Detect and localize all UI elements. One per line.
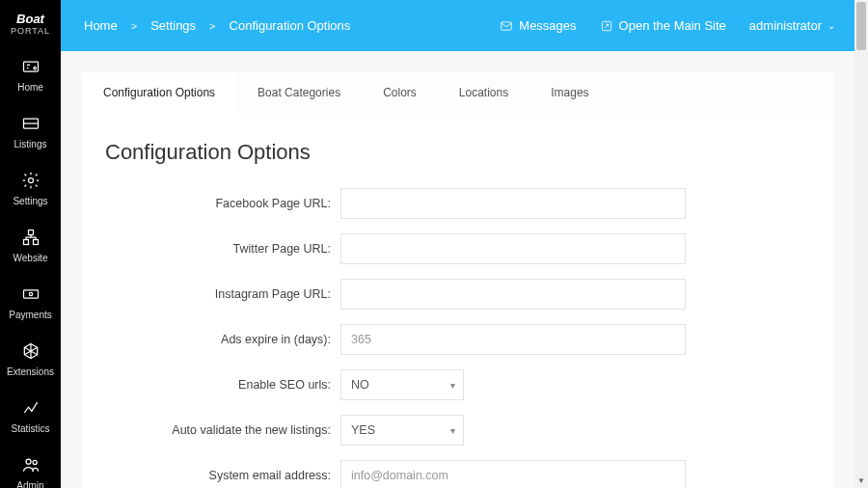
chevron-right-icon: > [209,20,215,32]
chevron-down-icon: ⌄ [827,20,835,31]
facebook-input[interactable] [340,188,686,219]
tabs: Configuration Options Boat Categories Co… [82,72,833,113]
svg-point-3 [28,178,33,183]
brand: Boat PORTAL [0,0,61,45]
sidebar-item-label: Extensions [4,366,57,377]
form-row: Auto validate the new listings: YES [105,415,810,446]
ads-expire-input[interactable] [340,324,686,355]
tab-images[interactable]: Images [529,72,610,113]
svg-point-10 [33,460,37,464]
sidebar-item-label: Statistics [4,423,57,434]
external-icon [600,19,613,33]
sidebar-item-label: Payments [4,310,57,320]
settings-icon [21,171,41,190]
breadcrumb-settings[interactable]: Settings [150,18,196,33]
tab-configuration-options[interactable]: Configuration Options [82,72,236,113]
form-row: Ads expire in (days): [105,324,810,355]
open-site-link[interactable]: Open the Main Site [600,18,726,33]
svg-rect-6 [33,240,38,245]
topbar: Home > Settings > Configuration Options … [61,0,854,51]
system-email-input[interactable] [340,460,686,488]
user-menu[interactable]: administrator ⌄ [749,18,835,33]
facebook-label: Facebook Page URL: [105,197,340,210]
seo-select[interactable]: NO [340,369,464,400]
sidebar-item-label: Admin Users [4,480,57,488]
svg-rect-0 [23,62,38,71]
scroll-down-icon[interactable]: ▼ [854,474,868,488]
sidebar-item-extensions[interactable]: Extensions [0,330,61,387]
form-row: System email address: [105,460,810,488]
svg-rect-11 [502,21,512,29]
content-area: Configuration Options Boat Categories Co… [61,51,854,488]
svg-point-9 [26,459,31,464]
breadcrumb: Home > Settings > Configuration Options [84,18,350,33]
user-label: administrator [749,18,822,33]
payments-icon [21,285,41,304]
sidebar-item-home[interactable]: Home [0,45,61,102]
sidebar-item-settings[interactable]: Settings [0,159,61,216]
system-email-label: System email address: [105,469,340,482]
form-row: Twitter Page URL: [105,233,810,264]
messages-label: Messages [519,18,576,33]
form-row: Enable SEO urls: NO [105,369,810,400]
sidebar-item-admin-users[interactable]: Admin Users [0,444,61,488]
users-icon [21,455,41,474]
auto-validate-label: Auto validate the new listings: [105,423,340,437]
seo-label: Enable SEO urls: [105,378,340,392]
chevron-right-icon: > [131,20,137,32]
panel-body: Configuration Options Facebook Page URL:… [82,113,833,488]
sidebar-item-statistics[interactable]: Statistics [0,387,61,444]
auto-validate-select[interactable]: YES [340,415,464,446]
sidebar-item-label: Settings [4,196,57,206]
brand-title: Boat [4,12,57,26]
instagram-input[interactable] [340,279,686,310]
form-row: Instagram Page URL: [105,279,810,310]
website-icon [21,228,41,247]
svg-rect-7 [23,290,38,298]
messages-icon [500,19,513,33]
sidebar-item-website[interactable]: Website [0,216,61,273]
form-row: Facebook Page URL: [105,188,810,219]
tab-boat-categories[interactable]: Boat Categories [236,72,362,113]
breadcrumb-home[interactable]: Home [84,18,118,33]
messages-link[interactable]: Messages [500,18,576,33]
svg-rect-5 [23,240,28,245]
scrollbar[interactable]: ▲ ▼ [854,0,868,488]
panel: Configuration Options Boat Categories Co… [82,72,833,488]
breadcrumb-current: Configuration Options [230,18,351,33]
ads-expire-label: Ads expire in (days): [105,333,340,346]
listings-icon [21,114,41,133]
sidebar-item-listings[interactable]: Listings [0,102,61,159]
svg-point-8 [29,292,32,295]
sidebar: Boat PORTAL Home Listings Settings Websi… [0,0,61,488]
twitter-label: Twitter Page URL: [105,242,340,256]
statistics-icon [21,398,41,418]
extensions-icon [21,341,41,361]
svg-rect-4 [28,230,33,235]
twitter-input[interactable] [340,233,686,264]
brand-sub: PORTAL [4,26,57,36]
instagram-label: Instagram Page URL: [105,287,340,301]
sidebar-item-label: Listings [4,139,57,149]
scrollbar-thumb[interactable] [856,2,866,50]
sidebar-item-label: Website [4,253,57,263]
tab-locations[interactable]: Locations [438,72,529,113]
open-site-label: Open the Main Site [619,18,726,33]
tab-colors[interactable]: Colors [362,72,438,113]
home-icon [21,57,41,76]
svg-point-1 [33,67,36,69]
sidebar-item-payments[interactable]: Payments [0,273,61,330]
page-title: Configuration Options [105,140,810,165]
sidebar-item-label: Home [4,82,57,93]
